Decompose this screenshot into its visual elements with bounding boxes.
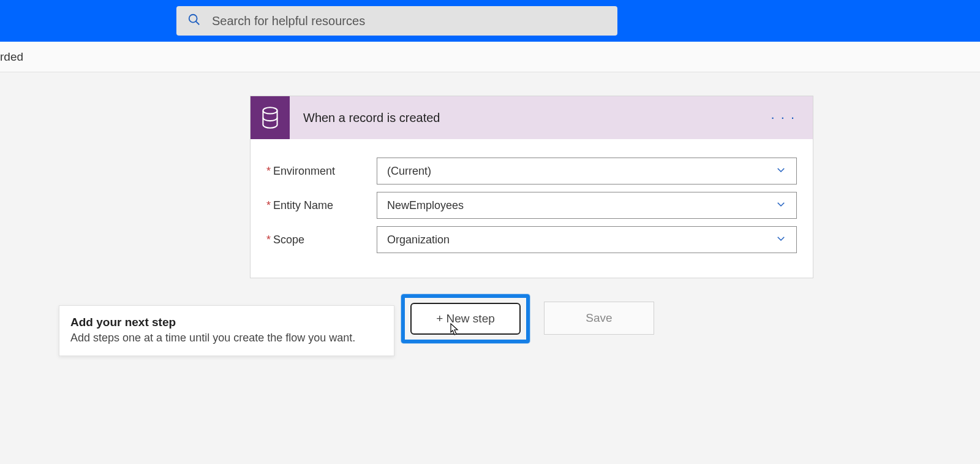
required-asterisk: * bbox=[266, 234, 271, 246]
required-asterisk: * bbox=[266, 199, 271, 211]
environment-value: (Current) bbox=[387, 165, 431, 178]
new-step-button[interactable]: + New step bbox=[410, 303, 521, 335]
field-row-entity: *Entity Name NewEmployees bbox=[266, 192, 797, 219]
field-row-scope: *Scope Organization bbox=[266, 226, 797, 253]
search-icon bbox=[187, 13, 201, 29]
trigger-more-menu[interactable]: · · · bbox=[771, 110, 813, 126]
chevron-down-icon bbox=[775, 164, 786, 178]
field-label: *Environment bbox=[266, 165, 377, 178]
field-label: *Scope bbox=[266, 234, 377, 246]
scope-value: Organization bbox=[387, 234, 450, 246]
coach-mark-tooltip: Add your next step Add steps one at a ti… bbox=[59, 305, 394, 356]
trigger-body: *Environment (Current) *Entity Name NewE… bbox=[251, 139, 813, 278]
tooltip-title: Add your next step bbox=[70, 316, 383, 329]
breadcrumb-bar: rded bbox=[0, 42, 980, 72]
environment-select[interactable]: (Current) bbox=[377, 158, 797, 184]
field-label: *Entity Name bbox=[266, 199, 377, 212]
chevron-down-icon bbox=[775, 233, 786, 247]
trigger-header[interactable]: When a record is created · · · bbox=[251, 96, 813, 139]
new-step-label: + New step bbox=[436, 312, 495, 325]
global-search[interactable] bbox=[176, 6, 617, 36]
chevron-down-icon bbox=[775, 199, 786, 213]
save-label: Save bbox=[586, 311, 612, 325]
field-row-environment: *Environment (Current) bbox=[266, 158, 797, 184]
environment-label-text: Environment bbox=[273, 165, 335, 177]
app-header bbox=[0, 0, 980, 42]
entity-name-select[interactable]: NewEmployees bbox=[377, 192, 797, 219]
trigger-title: When a record is created bbox=[290, 111, 771, 125]
new-step-highlight: + New step bbox=[401, 294, 530, 343]
breadcrumb-text: rded bbox=[0, 50, 23, 64]
trigger-card: When a record is created · · · *Environm… bbox=[250, 96, 813, 278]
svg-line-1 bbox=[196, 21, 200, 25]
scope-label-text: Scope bbox=[273, 234, 304, 246]
scope-select[interactable]: Organization bbox=[377, 226, 797, 253]
entity-value: NewEmployees bbox=[387, 199, 464, 212]
tooltip-subtitle: Add steps one at a time until you create… bbox=[70, 332, 383, 344]
svg-point-2 bbox=[263, 107, 277, 113]
required-asterisk: * bbox=[266, 165, 271, 177]
search-input[interactable] bbox=[212, 14, 606, 28]
save-button[interactable]: Save bbox=[544, 302, 654, 335]
svg-point-0 bbox=[189, 15, 197, 23]
database-icon bbox=[251, 96, 290, 139]
entity-label-text: Entity Name bbox=[273, 199, 333, 211]
